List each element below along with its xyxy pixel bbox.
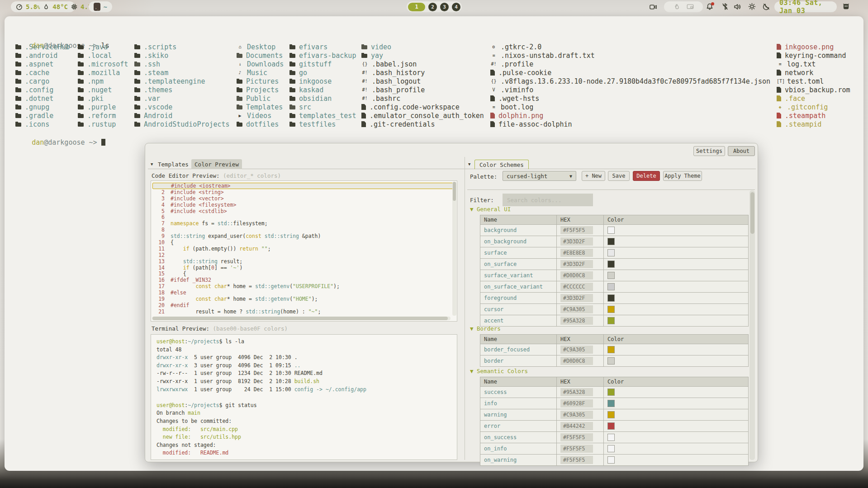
- code-horizontal-scrollbar[interactable]: [152, 317, 451, 320]
- apply-theme-button[interactable]: Apply Theme: [663, 171, 702, 181]
- color-row[interactable]: cursor#C9A305: [480, 303, 748, 315]
- section-header[interactable]: ▼ General UI: [470, 206, 511, 213]
- owl-logo-icon[interactable]: [842, 3, 850, 10]
- code-token: std::string: [246, 308, 280, 315]
- color-row[interactable]: surface_variant#D0D0C8: [480, 270, 748, 281]
- save-button[interactable]: Save: [608, 171, 630, 181]
- hex-value-field[interactable]: #3D3D2F: [560, 260, 593, 268]
- color-row[interactable]: on_info#F5F5F5: [480, 443, 748, 454]
- hex-value-field[interactable]: #D0D0C8: [560, 271, 593, 280]
- about-button[interactable]: About: [728, 146, 755, 156]
- hex-value-field[interactable]: #95A328: [560, 388, 593, 396]
- color-swatch[interactable]: [607, 294, 615, 302]
- chevron-down-icon[interactable]: ▼: [468, 162, 470, 166]
- code-editor-preview[interactable]: #include <iostream>2#include <string>3#i…: [151, 180, 457, 322]
- tab-templates[interactable]: Templates: [158, 161, 189, 168]
- color-swatch[interactable]: [607, 238, 615, 245]
- color-swatch[interactable]: [607, 434, 615, 441]
- color-swatch[interactable]: [607, 411, 615, 418]
- file-name: file-assoc-dolphin: [498, 120, 572, 128]
- chevron-down-icon[interactable]: ▼: [151, 162, 153, 166]
- volume-icon[interactable]: [734, 3, 741, 10]
- color-row[interactable]: warning#C9A305: [480, 409, 748, 420]
- hex-value-field[interactable]: #C9A305: [560, 305, 593, 313]
- file-entry: .nuget: [78, 85, 128, 94]
- color-swatch[interactable]: [607, 456, 615, 464]
- color-row[interactable]: border_focused#C9A305: [480, 344, 748, 355]
- hex-value-field[interactable]: #3D3D2F: [560, 237, 593, 246]
- clock-widget[interactable]: 03:46 Sat, Jan 03: [774, 1, 837, 12]
- color-row[interactable]: on_warning#F5F5F5: [480, 454, 748, 465]
- hex-value-field[interactable]: #E8E8E8: [560, 249, 593, 257]
- hex-value-field[interactable]: #C9A305: [560, 346, 593, 354]
- workspace-4[interactable]: 4: [452, 3, 460, 11]
- color-row[interactable]: border#D0D0C8: [480, 355, 748, 366]
- tab-color-schemes[interactable]: Color Schemes: [474, 160, 529, 169]
- brightness-icon[interactable]: [748, 3, 756, 10]
- color-swatch[interactable]: [607, 227, 615, 234]
- hex-value-field[interactable]: #CCCCCC: [560, 283, 593, 291]
- color-row[interactable]: foreground#3D3D2F: [480, 292, 748, 303]
- color-row[interactable]: background#F5F5F5: [480, 224, 748, 236]
- color-row[interactable]: info#60928F: [480, 398, 748, 409]
- color-swatch[interactable]: [607, 346, 615, 353]
- color-swatch[interactable]: [607, 445, 615, 452]
- workspace-1-active[interactable]: 1: [408, 3, 425, 11]
- new-palette-button[interactable]: + New: [582, 171, 605, 181]
- color-row[interactable]: on_surface_variant#CCCCCC: [480, 281, 748, 292]
- screen-record-icon[interactable]: [650, 3, 657, 11]
- tab-color-preview[interactable]: Color Preview: [191, 159, 242, 169]
- line-number: 13: [151, 258, 165, 265]
- hex-value-field[interactable]: #D0D0C8: [560, 357, 593, 365]
- color-row[interactable]: on_surface#3D3D2F: [480, 258, 748, 270]
- palette-dropdown[interactable]: cursed-light ▼: [503, 171, 576, 181]
- delete-button[interactable]: Delete: [633, 171, 660, 181]
- section-header[interactable]: ▼ Borders: [470, 325, 501, 332]
- color-swatch[interactable]: [607, 422, 615, 430]
- color-row[interactable]: accent#95A328: [480, 315, 748, 326]
- terminal-preview[interactable]: user@host:~/projects$ ls -latotal 48drwx…: [151, 334, 457, 460]
- file-name: keyring-command: [785, 52, 846, 60]
- color-row[interactable]: on_background#3D3D2F: [480, 236, 748, 247]
- inactive-tools-widget[interactable]: [664, 1, 703, 12]
- color-swatch[interactable]: [607, 261, 615, 268]
- hex-value-field[interactable]: #F5F5F5: [560, 456, 593, 464]
- code-preview-label: Code Editor Preview: (editor_* colors): [152, 172, 281, 179]
- settings-button[interactable]: Settings: [693, 146, 725, 156]
- file-entry: file-assoc-dolphin: [490, 120, 770, 128]
- filter-input[interactable]: Search colors...: [503, 194, 593, 206]
- notifications-bell-icon[interactable]: [706, 3, 713, 10]
- color-swatch[interactable]: [607, 317, 615, 324]
- hex-value-field[interactable]: #95A328: [560, 317, 593, 325]
- workspace-3[interactable]: 3: [440, 3, 449, 11]
- bluetooth-off-icon[interactable]: [721, 3, 729, 10]
- hex-value-field[interactable]: #F5F5F5: [560, 445, 593, 453]
- hex-value-field[interactable]: #F5F5F5: [560, 433, 593, 441]
- color-list-scrollbar[interactable]: [749, 190, 755, 460]
- hex-value-field[interactable]: #C9A305: [560, 411, 593, 419]
- do-not-disturb-moon-icon[interactable]: [763, 3, 770, 10]
- launcher-widget[interactable]: ›_ ~: [89, 1, 112, 12]
- section-header[interactable]: ▼ Semantic Colors: [470, 368, 528, 374]
- color-cell: [603, 247, 749, 258]
- terminal-line: On branch main: [157, 410, 457, 418]
- workspace-2[interactable]: 2: [428, 3, 437, 11]
- hex-value-field[interactable]: #60928F: [560, 399, 593, 407]
- hex-value-field[interactable]: #3D3D2F: [560, 294, 593, 302]
- color-swatch[interactable]: [607, 272, 615, 279]
- color-swatch[interactable]: [607, 400, 615, 407]
- color-swatch[interactable]: [607, 249, 615, 256]
- hex-value-field[interactable]: #F5F5F5: [560, 226, 593, 234]
- color-swatch[interactable]: [607, 357, 615, 365]
- color-row[interactable]: success#95A328: [480, 386, 748, 398]
- color-row[interactable]: error#B44242: [480, 420, 748, 431]
- color-cell: [603, 281, 749, 292]
- color-row[interactable]: on_success#F5F5F5: [480, 431, 748, 443]
- color-swatch[interactable]: [607, 389, 615, 396]
- color-swatch[interactable]: [607, 306, 615, 313]
- system-stats-widget[interactable]: 5.8% 48°C 4.7G: [11, 1, 75, 12]
- color-row[interactable]: surface#E8E8E8: [480, 247, 748, 258]
- code-vertical-scrollbar[interactable]: [452, 182, 456, 316]
- color-swatch[interactable]: [607, 283, 615, 290]
- hex-value-field[interactable]: #B44242: [560, 422, 593, 430]
